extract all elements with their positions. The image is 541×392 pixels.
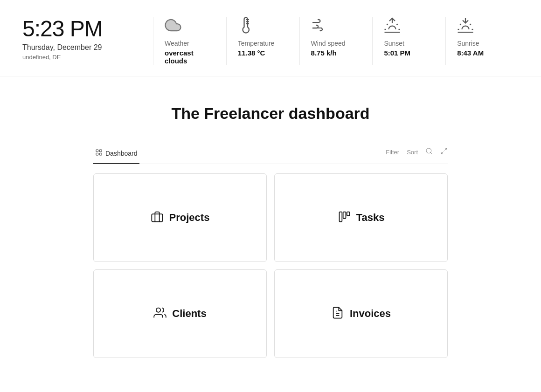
temperature-label: Temperature xyxy=(238,40,275,47)
location-value: undefined, DE xyxy=(22,54,153,61)
svg-line-21 xyxy=(444,148,447,151)
invoices-label: Invoices xyxy=(350,308,391,320)
svg-rect-18 xyxy=(99,153,102,155)
svg-point-27 xyxy=(156,308,160,312)
time-section: 5:23 PM Thursday, December 29 undefined,… xyxy=(22,17,153,61)
svg-rect-17 xyxy=(96,153,98,155)
date-value: Thursday, December 29 xyxy=(22,43,153,52)
svg-line-13 xyxy=(470,24,471,25)
time-value: 5:23 PM xyxy=(22,17,153,41)
weather-widget: Weather overcast clouds xyxy=(153,17,226,65)
weather-widgets: Weather overcast clouds Temperature 11.3… xyxy=(153,17,519,65)
expand-icon[interactable] xyxy=(440,147,448,157)
cards-grid: Projects Tasks xyxy=(93,173,448,358)
wind-label: Wind speed xyxy=(311,40,346,47)
cloud-icon xyxy=(165,17,181,36)
svg-rect-26 xyxy=(347,212,349,216)
sunrise-label: Sunrise xyxy=(457,40,479,47)
filter-button[interactable]: Filter xyxy=(386,149,399,156)
sort-button[interactable]: Sort xyxy=(407,149,418,156)
sunset-icon xyxy=(384,17,401,36)
svg-rect-23 xyxy=(152,214,162,221)
wind-value: 8.75 k/h xyxy=(311,49,337,57)
top-bar: 5:23 PM Thursday, December 29 undefined,… xyxy=(0,0,541,76)
clients-label: Clients xyxy=(172,308,206,320)
svg-rect-16 xyxy=(99,150,102,152)
tasks-label: Tasks xyxy=(356,212,385,224)
svg-line-4 xyxy=(387,24,388,25)
tabs-left: Dashboard xyxy=(93,145,139,164)
tasks-card[interactable]: Tasks xyxy=(274,173,448,262)
sunrise-value: 8:43 AM xyxy=(457,49,484,57)
svg-line-20 xyxy=(430,152,432,154)
clients-card[interactable]: Clients xyxy=(93,269,267,358)
sunset-widget: Sunset 5:01 PM xyxy=(372,17,445,65)
wind-widget: Wind speed 8.75 k/h xyxy=(299,17,373,65)
svg-line-22 xyxy=(441,151,444,154)
temperature-value: 11.38 °C xyxy=(238,49,265,57)
temperature-widget: Temperature 11.38 °C xyxy=(226,17,299,65)
users-icon xyxy=(153,306,166,321)
invoices-card[interactable]: Invoices xyxy=(274,269,448,358)
sunrise-widget: Sunrise 8:43 AM xyxy=(445,17,519,65)
thermometer-icon xyxy=(238,17,255,36)
dashboard-tab-icon xyxy=(95,149,103,158)
briefcase-icon xyxy=(151,210,164,225)
tabs-bar: Dashboard Filter Sort xyxy=(93,145,448,164)
tabs-right: Filter Sort xyxy=(386,147,448,161)
svg-rect-15 xyxy=(96,150,98,152)
svg-point-19 xyxy=(426,148,431,153)
tab-dashboard-label: Dashboard xyxy=(105,150,138,157)
svg-rect-24 xyxy=(339,212,342,222)
weather-value: overcast clouds xyxy=(165,49,215,65)
projects-label: Projects xyxy=(169,212,210,224)
invoice-icon xyxy=(331,306,344,321)
projects-card[interactable]: Projects xyxy=(93,173,267,262)
svg-line-7 xyxy=(397,24,398,25)
wind-icon xyxy=(311,17,328,36)
sunrise-icon xyxy=(457,17,474,36)
sunset-label: Sunset xyxy=(384,40,404,47)
svg-rect-25 xyxy=(343,212,346,219)
kanban-icon xyxy=(338,210,351,225)
dashboard-title: The Freelancer dashboard xyxy=(93,104,448,123)
svg-line-10 xyxy=(460,24,461,25)
tab-dashboard[interactable]: Dashboard xyxy=(93,145,139,164)
weather-label: Weather xyxy=(165,40,189,47)
sunset-value: 5:01 PM xyxy=(384,49,410,57)
main-content: The Freelancer dashboard Dashboard Filte… xyxy=(0,76,541,377)
search-icon[interactable] xyxy=(425,147,433,157)
